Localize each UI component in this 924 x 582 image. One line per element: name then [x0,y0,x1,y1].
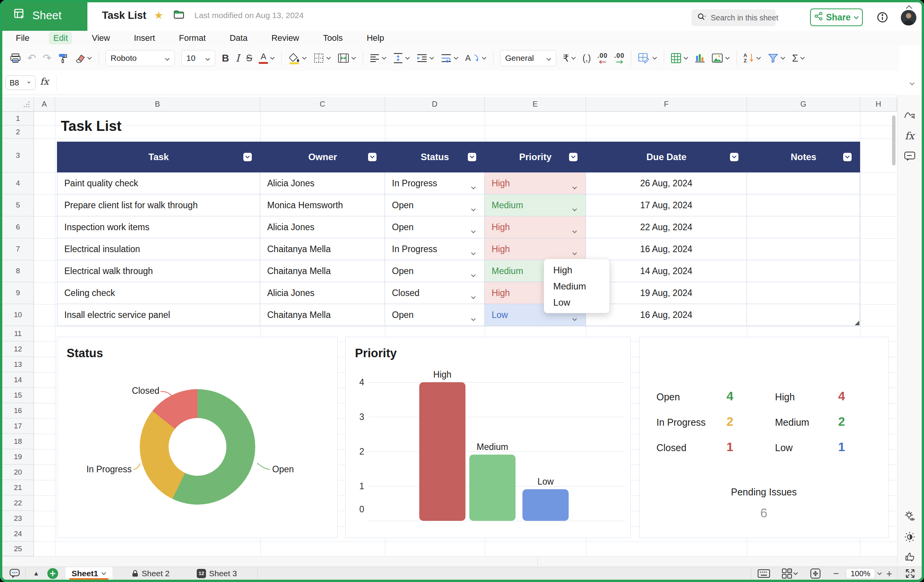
menu-tools[interactable]: Tools [319,32,347,44]
filter-icon[interactable] [768,53,785,63]
row-header-20[interactable]: 20 [2,465,34,480]
sheet-tab-sheet2[interactable]: Sheet 2 [126,567,176,580]
bar-medium[interactable] [469,455,516,521]
cell-status[interactable]: Open [385,304,485,326]
cell-due[interactable]: 14 Aug, 2024 [586,260,747,282]
cell-task[interactable]: Electrical insulation [57,238,260,260]
bold-icon[interactable]: B [222,53,229,63]
sheet-tab-sheet1[interactable]: Sheet1 [65,567,112,580]
cell-dropdown-chevron-icon[interactable] [471,313,476,323]
cell-owner[interactable]: Alicia Jones [260,172,385,194]
table-header-owner[interactable]: Owner [260,142,385,172]
column-header-D[interactable]: D [385,97,485,112]
vertical-align-icon[interactable] [393,53,410,64]
cell-task[interactable]: Prepare client list for walk through [57,194,260,216]
functions-panel-icon[interactable]: fx [905,130,914,142]
merge-cells-icon[interactable] [338,53,356,63]
indent-icon[interactable] [417,54,434,63]
row-header-24[interactable]: 24 [2,526,34,542]
view-settings-icon[interactable] [904,510,916,523]
column-header-G[interactable]: G [747,97,860,112]
vertical-scrollbar[interactable] [892,115,896,166]
redo-icon[interactable]: ↷ [43,53,52,64]
text-color-icon[interactable]: A [259,52,275,64]
row-header-13[interactable]: 13 [2,357,34,372]
fill-color-icon[interactable] [288,52,307,64]
header-filter-dropdown-icon[interactable] [368,153,377,161]
zia-assistant-icon[interactable] [903,109,916,122]
row-header-22[interactable]: 22 [2,495,34,511]
expand-sheets-icon[interactable]: ▲ [33,568,39,579]
comments-icon[interactable] [9,568,20,579]
column-header-F[interactable]: F [586,97,747,112]
popup-option-high[interactable]: High [544,262,609,278]
menu-format[interactable]: Format [175,32,210,44]
increase-decimal-icon[interactable]: .00 [614,52,624,64]
cell-name-box[interactable]: B8 [5,75,35,90]
borders-icon[interactable] [313,53,331,64]
decrease-decimal-icon[interactable]: .00 [598,52,608,64]
cell-dropdown-chevron-icon[interactable] [471,203,476,214]
cell-due[interactable]: 17 Aug, 2024 [586,194,747,216]
sheet-title-cell[interactable]: Task List [61,114,122,139]
functions-icon[interactable]: Σ [792,53,805,63]
document-title[interactable]: Task List [102,0,146,31]
header-filter-dropdown-icon[interactable] [843,153,852,161]
cell-notes[interactable] [747,238,860,260]
search-input[interactable]: Search in this sheet [691,9,776,26]
currency-icon[interactable]: ₹ [563,54,576,63]
zoom-level-select[interactable]: 100% [846,568,875,579]
insert-image-icon[interactable] [711,53,730,63]
table-header-task[interactable]: Task [57,142,260,172]
popup-option-medium[interactable]: Medium [544,278,609,294]
row-header-8[interactable]: 8 [2,260,34,282]
cell-notes[interactable] [747,260,860,282]
column-header-C[interactable]: C [260,97,385,112]
cell-dropdown-chevron-icon[interactable] [572,313,577,323]
insert-chart-icon[interactable] [695,53,705,64]
cell-due[interactable]: 19 Aug, 2024 [586,282,747,304]
zoom-out-icon[interactable]: − [833,568,839,579]
cell-owner[interactable]: Chaitanya Mella [260,260,385,282]
row-header-21[interactable]: 21 [2,480,34,495]
grid-corner-selector[interactable] [2,97,34,112]
cell-task[interactable]: Inspection work items [57,216,260,238]
cell-owner[interactable]: Chaitanya Mella [260,238,385,260]
summary-panel[interactable]: Open4In Progress2Closed1High4Medium2Low1… [639,337,889,538]
app-logo[interactable]: Sheet [0,0,87,31]
collapse-toolbar-icon[interactable] [906,4,912,11]
row-header-6[interactable]: 6 [2,216,34,238]
row-header-18[interactable]: 18 [2,434,34,449]
fit-view-icon[interactable] [810,568,821,579]
column-header-E[interactable]: E [485,97,586,112]
strikethrough-icon[interactable]: S [246,54,252,63]
folder-icon[interactable] [173,9,186,22]
add-sheet-icon[interactable] [47,568,59,579]
row-header-11[interactable]: 11 [2,326,34,341]
sheet-layout-icon[interactable] [782,568,798,579]
cell-notes[interactable] [747,304,860,326]
sort-icon[interactable]: AZ [743,53,761,64]
feedback-icon[interactable] [904,551,916,564]
row-header-16[interactable]: 16 [2,403,34,418]
bar-low[interactable] [522,489,569,521]
header-filter-dropdown-icon[interactable] [569,153,578,161]
cell-dropdown-chevron-icon[interactable] [471,225,476,236]
theme-icon[interactable] [904,531,916,544]
column-header-H[interactable]: H [860,97,897,112]
cell-task[interactable]: Electrical walk through [57,260,260,282]
undo-icon[interactable]: ↶ [27,53,36,64]
share-button[interactable]: Share [810,8,863,26]
column-header-A[interactable]: A [34,97,55,112]
cell-dropdown-chevron-icon[interactable] [572,203,577,214]
row-header-15[interactable]: 15 [2,388,34,403]
row-header-17[interactable]: 17 [2,418,34,434]
formulabar-expand-icon[interactable] [909,80,915,87]
horizontal-scroll-strip[interactable] [2,556,897,567]
cell-owner[interactable]: Chaitanya Mella [260,304,385,326]
cell-dropdown-chevron-icon[interactable] [572,181,577,192]
cell-task[interactable]: Celing check [57,282,260,304]
menu-view[interactable]: View [87,32,114,44]
cell-task[interactable]: Paint quality check [57,172,260,194]
row-header-12[interactable]: 12 [2,341,34,357]
